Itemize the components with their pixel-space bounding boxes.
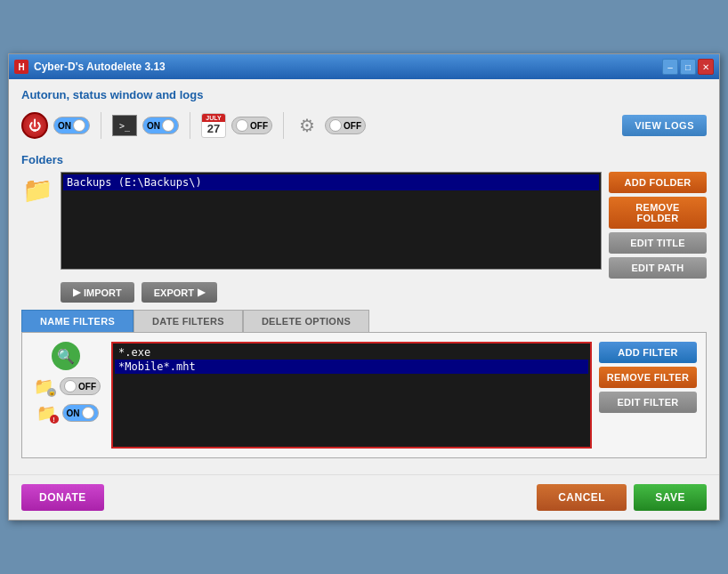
warn-badge-icon: ! (50, 415, 59, 424)
status-toggle-knob (162, 119, 174, 132)
folders-section: Folders 📁 Backups (E:\Backups\) ADD FOLD… (21, 153, 707, 303)
gear-toggle[interactable]: OFF (325, 117, 366, 134)
calendar-icon: JULY 27 (201, 113, 226, 138)
autorun-toggle-label: ON (58, 121, 71, 131)
folder-list[interactable]: Backups (E:\Backups\) (61, 172, 602, 270)
folders-row: 📁 Backups (E:\Backups\) ADD FOLDER REMOV… (21, 172, 707, 279)
folder-lock-row: 📁 🔒 OFF (31, 376, 101, 397)
filter-list[interactable]: *.exe *Mobile*.mht (111, 342, 592, 449)
minimize-button[interactable]: – (662, 59, 678, 75)
autorun-toggle-knob (73, 119, 85, 132)
filter-toggle-knob (64, 380, 77, 392)
tab-content: 🔍 📁 🔒 OFF (21, 332, 707, 458)
add-filter-button[interactable]: ADD FILTER (599, 342, 697, 363)
filter-toggle-on-knob (82, 407, 94, 419)
filter-toggle-off-label: OFF (78, 382, 96, 392)
edit-title-button[interactable]: EDIT TITLE (609, 232, 707, 254)
folder-lock-icon: 📁 🔒 (31, 376, 56, 397)
import-button[interactable]: ▶ IMPORT (61, 282, 134, 303)
filter-toggle-off[interactable]: OFF (60, 377, 101, 395)
window-controls: – □ ✕ (662, 59, 714, 75)
save-button[interactable]: SAVE (634, 484, 707, 511)
autorun-toggle[interactable]: ON (53, 117, 90, 134)
import-arrow-icon: ▶ (73, 287, 80, 298)
filter-toggle-on[interactable]: ON (62, 404, 99, 422)
autorun-section-header: Autorun, status window and logs (21, 88, 707, 101)
folder-list-container: Backups (E:\Backups\) (61, 172, 602, 270)
gear-icon: ⚙ (295, 113, 320, 138)
donate-button[interactable]: DONATE (21, 484, 104, 511)
filter-toggle-on-label: ON (67, 408, 80, 418)
status-toggle-group: >_ ON (112, 115, 179, 136)
gear-toggle-knob (329, 119, 342, 132)
filter-item-0[interactable]: *.exe (115, 345, 588, 360)
calendar-day: 27 (207, 122, 220, 136)
filter-item-1[interactable]: *Mobile*.mht (115, 360, 588, 374)
status-toggle[interactable]: ON (142, 117, 179, 134)
folder-warn-icon: 📁 ! (34, 402, 59, 424)
export-arrow-icon: ▶ (198, 287, 205, 298)
calendar-toggle-label: OFF (250, 121, 268, 131)
calendar-month: JULY (202, 114, 225, 122)
tabs-container: NAME FILTERS DATE FILTERS DELETE OPTIONS… (21, 310, 707, 458)
divider2 (190, 112, 190, 139)
lock-badge-icon: 🔒 (47, 388, 56, 397)
power-icon[interactable]: ⏻ (21, 112, 48, 139)
main-window: H Cyber-D's Autodelete 3.13 – □ ✕ Autoru… (8, 53, 720, 521)
add-folder-button[interactable]: ADD FOLDER (609, 172, 707, 193)
folder-right-buttons: ADD FOLDER REMOVE FOLDER EDIT TITLE EDIT… (609, 172, 707, 279)
gear-toggle-group: ⚙ OFF (295, 113, 366, 138)
top-bar: ⏻ ON >_ ON JULY 27 (21, 107, 707, 144)
filter-list-container: *.exe *Mobile*.mht (111, 342, 592, 449)
main-content: Autorun, status window and logs ⏻ ON >_ … (9, 79, 719, 474)
divider3 (283, 112, 284, 139)
tab-date-filters[interactable]: DATE FILTERS (133, 310, 243, 332)
folders-section-header: Folders (21, 153, 707, 166)
tab-delete-options[interactable]: DELETE OPTIONS (243, 310, 369, 332)
remove-folder-button[interactable]: REMOVE FOLDER (609, 197, 707, 229)
filter-right-buttons: ADD FILTER REMOVE FILTER EDIT FILTER (599, 342, 697, 413)
close-button[interactable]: ✕ (698, 59, 714, 75)
cancel-button[interactable]: CANCEL (537, 484, 627, 511)
gear-toggle-label: OFF (344, 121, 361, 131)
calendar-toggle-group: JULY 27 OFF (201, 113, 272, 138)
bottom-bar: DONATE CANCEL SAVE (9, 474, 719, 520)
import-export-row: ▶ IMPORT EXPORT ▶ (61, 282, 707, 303)
autorun-toggle-group: ⏻ ON (21, 112, 90, 139)
cmd-icon: >_ (112, 115, 137, 136)
remove-filter-button[interactable]: REMOVE FILTER (599, 367, 697, 388)
filter-row: 🔍 📁 🔒 OFF (31, 342, 697, 449)
restore-button[interactable]: □ (680, 59, 696, 75)
calendar-toggle-knob (236, 119, 248, 132)
edit-path-button[interactable]: EDIT PATH (609, 257, 707, 279)
divider1 (101, 112, 101, 139)
folder-item[interactable]: Backups (E:\Backups\) (63, 174, 599, 190)
status-toggle-label: ON (147, 121, 160, 131)
app-icon: H (14, 60, 28, 74)
calendar-toggle[interactable]: OFF (231, 117, 272, 134)
import-label: IMPORT (84, 287, 122, 298)
export-label: EXPORT (154, 287, 194, 298)
view-logs-button[interactable]: VIEW LOGS (622, 115, 707, 136)
tab-name-filters[interactable]: NAME FILTERS (21, 310, 133, 332)
folder-icon: 📁 (21, 175, 53, 204)
export-button[interactable]: EXPORT ▶ (142, 282, 217, 303)
search-icon: 🔍 (52, 342, 80, 370)
title-bar: H Cyber-D's Autodelete 3.13 – □ ✕ (9, 54, 719, 79)
window-title: Cyber-D's Autodelete 3.13 (34, 61, 657, 73)
edit-filter-button[interactable]: EDIT FILTER (599, 392, 697, 413)
folder-warn-row: 📁 ! ON (34, 402, 99, 424)
tabs-row: NAME FILTERS DATE FILTERS DELETE OPTIONS (21, 310, 707, 332)
